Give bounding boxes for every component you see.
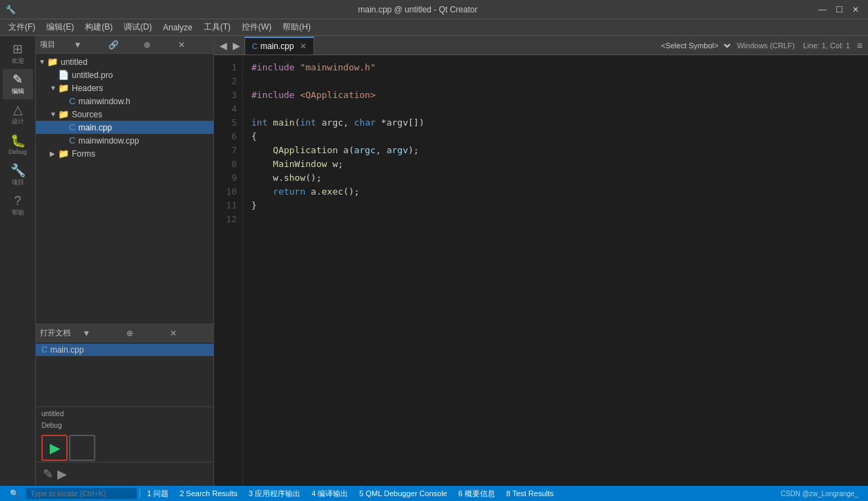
- status-search-icon[interactable]: 🔍: [6, 489, 23, 498]
- sidebar-label-edit: 编辑: [12, 87, 24, 96]
- sidebar-item-edit[interactable]: ✎ 编辑: [3, 69, 33, 99]
- tree-label-main-cpp: main.cpp: [78, 123, 112, 132]
- sidebar-item-help[interactable]: ? 帮助: [3, 190, 33, 221]
- sidebar-label-design: 设计: [12, 117, 24, 126]
- open-docs-title: 打开文档: [40, 328, 78, 338]
- tab-nav-next[interactable]: ▶: [230, 40, 243, 51]
- status-general-info[interactable]: 6 概要信息: [454, 489, 499, 499]
- sidebar: ⊞ 欢迎 ✎ 编辑 △ 设计 🐛 Debug 🔧 项目 ? 帮助: [0, 36, 36, 486]
- status-app-output[interactable]: 3 应用程序输出: [244, 489, 305, 499]
- cpp-icon-mwh: C: [69, 96, 75, 106]
- run-project-label: untitled: [41, 410, 64, 418]
- extra-button[interactable]: [69, 435, 95, 461]
- symbol-select[interactable]: <Select Symbol>: [655, 39, 733, 52]
- filter-button[interactable]: ▼: [73, 39, 105, 51]
- project-tree: ▼ 📁 untitled 📄 untitled.pro ▼ 📁 Headers …: [36, 54, 213, 324]
- menu-build[interactable]: 构建(B): [79, 20, 118, 35]
- close-panel-button[interactable]: ✕: [177, 39, 209, 51]
- bottom-action-area: ✎ ▶: [36, 462, 213, 486]
- sidebar-label-debug: Debug: [8, 148, 27, 155]
- position-info: Line: 1, Col: 1: [799, 41, 854, 50]
- project-panel-header: 项目 ▼ 🔗 ⊕ ✕: [36, 36, 213, 54]
- menubar: 文件(F) 编辑(E) 构建(B) 调试(D) Analyze 工具(T) 控件…: [0, 19, 868, 36]
- title-bar-text: main.cpp @ untitled - Qt Creator: [20, 5, 816, 14]
- open-docs-filter[interactable]: ▼: [81, 327, 122, 340]
- status-problems[interactable]: 1 问题: [143, 489, 173, 499]
- tree-item-forms[interactable]: ▶ 📁 Forms: [36, 147, 213, 160]
- editor-area: ◀ ▶ C main.cpp ✕ <Select Symbol> Windows…: [214, 36, 868, 486]
- tab-cpp-icon: C: [252, 42, 258, 50]
- tree-item-mainwindow-h[interactable]: C mainwindow.h: [36, 95, 213, 108]
- close-button[interactable]: ✕: [849, 3, 862, 17]
- bottom-btn-2[interactable]: ▶: [56, 465, 68, 483]
- tab-close-button[interactable]: ✕: [300, 41, 307, 51]
- tree-item-headers[interactable]: ▼ 📁 Headers: [36, 81, 213, 95]
- tree-arrow-untitled: ▼: [39, 58, 47, 66]
- status-test-results[interactable]: 8 Test Results: [502, 489, 558, 498]
- folder-icon-headers: 📁: [58, 83, 69, 93]
- status-qml-debugger[interactable]: 5 QML Debugger Console: [355, 489, 451, 498]
- sidebar-label-project: 项目: [12, 178, 24, 187]
- status-compile-output[interactable]: 4 编译输出: [307, 489, 352, 499]
- project-panel: 项目 ▼ 🔗 ⊕ ✕ ▼ 📁 untitled 📄 untitled.pro ▼: [36, 36, 214, 486]
- tree-label-mainwindow-cpp: mainwindow.cpp: [78, 136, 139, 146]
- design-icon: △: [13, 104, 23, 116]
- menu-widgets[interactable]: 控件(W): [236, 20, 277, 35]
- run-buttons-area: ▶: [36, 432, 213, 464]
- sync-button[interactable]: ⊕: [142, 39, 175, 51]
- run-area: untitled Debug ▶: [36, 406, 213, 462]
- tab-main-cpp[interactable]: C main.cpp ✕: [244, 37, 314, 55]
- folder-icon-untitled: 📁: [47, 57, 58, 67]
- menu-analyze[interactable]: Analyze: [157, 21, 198, 34]
- tree-item-mainwindow-cpp[interactable]: C mainwindow.cpp: [36, 134, 213, 147]
- menu-tools[interactable]: 工具(T): [198, 20, 236, 35]
- sidebar-label-welcome: 欢迎: [12, 57, 24, 66]
- open-docs-add[interactable]: ⊕: [125, 327, 166, 340]
- tree-arrow-headers: ▼: [50, 84, 58, 92]
- link-button[interactable]: 🔗: [107, 39, 139, 51]
- tree-item-sources[interactable]: ▼ 📁 Sources: [36, 108, 213, 121]
- tree-label-untitled: untitled: [61, 57, 88, 67]
- menu-debug[interactable]: 调试(D): [118, 20, 157, 35]
- file-icon-pro: 📄: [58, 70, 69, 80]
- bottom-btn-1[interactable]: ✎: [41, 465, 55, 483]
- tab-label: main.cpp: [260, 41, 294, 51]
- menu-help[interactable]: 帮助(H): [277, 20, 316, 35]
- run-button[interactable]: ▶: [41, 435, 68, 461]
- tree-item-untitled-pro[interactable]: 📄 untitled.pro: [36, 68, 213, 81]
- menu-file[interactable]: 文件(F): [3, 20, 41, 35]
- sidebar-item-debug[interactable]: 🐛 Debug: [3, 130, 33, 160]
- minimize-button[interactable]: —: [816, 3, 829, 17]
- open-doc-icon: C: [41, 345, 48, 355]
- tree-item-main-cpp[interactable]: C main.cpp: [36, 121, 213, 134]
- run-debug-label: Debug: [41, 422, 61, 429]
- tree-item-untitled[interactable]: ▼ 📁 untitled: [36, 55, 213, 68]
- sidebar-item-welcome[interactable]: ⊞ 欢迎: [3, 39, 33, 69]
- sidebar-item-design[interactable]: △ 设计: [3, 99, 33, 130]
- tree-arrow-sources: ▼: [50, 110, 58, 118]
- open-doc-main-cpp[interactable]: C main.cpp: [36, 344, 213, 356]
- tree-label-pro: untitled.pro: [72, 70, 113, 80]
- open-docs-panel: 打开文档 ▼ ⊕ ✕ C main.cpp: [36, 324, 213, 406]
- code-content[interactable]: #include "mainwindow.h" #include <QAppli…: [243, 55, 868, 486]
- sidebar-label-help: 帮助: [12, 208, 24, 217]
- project-panel-title: 项目: [40, 39, 70, 50]
- locate-input[interactable]: [26, 488, 137, 499]
- maximize-button[interactable]: ☐: [832, 3, 846, 17]
- status-search-results[interactable]: 2 Search Results: [175, 489, 242, 498]
- line-numbers: 1 2 3 4 5 6 7 8 9 10 11 12: [214, 55, 243, 486]
- open-doc-label: main.cpp: [50, 345, 84, 355]
- editor-settings-btn[interactable]: ≡: [854, 40, 865, 51]
- tab-nav-prev[interactable]: ◀: [217, 40, 230, 51]
- open-docs-close[interactable]: ✕: [168, 327, 209, 340]
- menu-edit[interactable]: 编辑(E): [41, 20, 79, 35]
- folder-icon-sources: 📁: [58, 109, 69, 119]
- titlebar: 🔧 main.cpp @ untitled - Qt Creator — ☐ ✕: [0, 0, 868, 19]
- run-debug-info: Debug: [36, 419, 213, 432]
- editor-tabs: ◀ ▶ C main.cpp ✕ <Select Symbol> Windows…: [214, 36, 868, 55]
- sidebar-item-project[interactable]: 🔧 项目: [3, 160, 33, 190]
- title-bar-icon: 🔧: [6, 5, 16, 14]
- main-layout: ⊞ 欢迎 ✎ 编辑 △ 设计 🐛 Debug 🔧 项目 ? 帮助 项目 ▼ 🔗: [0, 36, 868, 486]
- tree-label-sources: Sources: [72, 110, 102, 119]
- status-sep-1: [139, 489, 140, 498]
